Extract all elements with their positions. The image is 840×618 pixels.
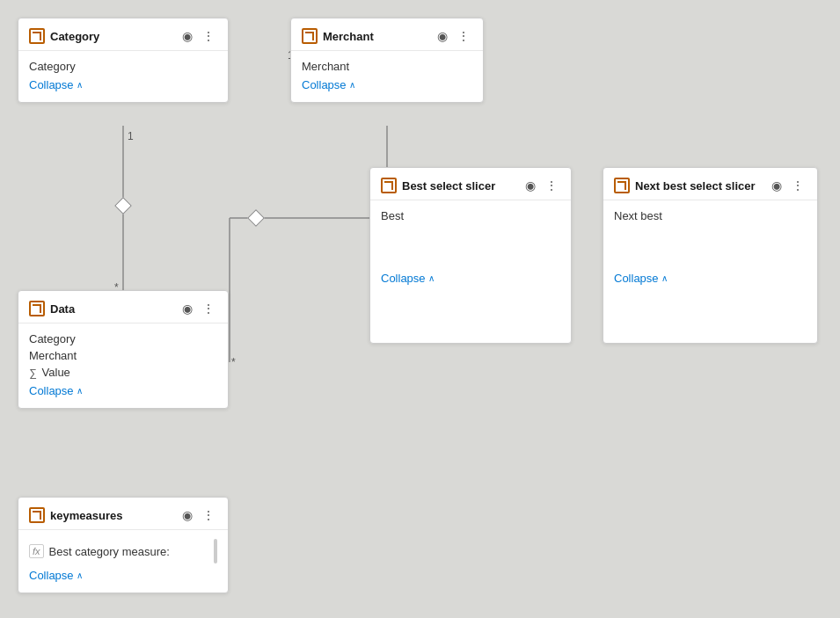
keymeasures-card-actions: ◉ ⋮ bbox=[179, 506, 217, 524]
best-select-card-actions: ◉ ⋮ bbox=[522, 177, 560, 194]
merchant-chevron-icon: ∧ bbox=[349, 80, 355, 90]
diamond-cat-data bbox=[114, 197, 132, 214]
category-card-header: Category ◉ ⋮ bbox=[18, 18, 228, 51]
keymeasures-card-title: keymeasures bbox=[50, 509, 173, 522]
category-field-category: Category bbox=[29, 58, 217, 75]
merchant-card-body: Merchant Collapse ∧ bbox=[291, 51, 483, 102]
best-select-table-icon bbox=[381, 178, 397, 193]
best-select-collapse-btn[interactable]: Collapse ∧ bbox=[381, 268, 560, 290]
merchant-eye-icon[interactable]: ◉ bbox=[434, 27, 451, 45]
data-table-icon bbox=[29, 301, 45, 316]
keymeasures-card: keymeasures ◉ ⋮ fx Best category measure… bbox=[18, 497, 229, 593]
data-card-actions: ◉ ⋮ bbox=[179, 300, 217, 317]
merchant-table-icon bbox=[302, 28, 318, 44]
best-select-card: Best select slicer ◉ ⋮ Best Collapse ∧ bbox=[369, 167, 572, 344]
sigma-icon: ∑ bbox=[29, 367, 37, 379]
best-select-eye-icon[interactable]: ◉ bbox=[522, 177, 539, 194]
keymeasures-eye-icon[interactable]: ◉ bbox=[179, 506, 196, 524]
keymeasures-more-icon[interactable]: ⋮ bbox=[200, 506, 217, 524]
best-select-card-body: Best Collapse ∧ bbox=[370, 200, 571, 343]
next-best-select-table-icon bbox=[614, 178, 630, 193]
next-best-select-card-actions: ◉ ⋮ bbox=[768, 177, 807, 194]
merchant-field-merchant: Merchant bbox=[302, 58, 472, 75]
category-table-icon bbox=[29, 28, 45, 44]
merchant-card-actions: ◉ ⋮ bbox=[434, 27, 472, 45]
keymeasures-table-icon bbox=[29, 507, 45, 523]
data-field-value: ∑ Value bbox=[29, 364, 217, 381]
data-card: Data ◉ ⋮ Category Merchant ∑ Value Colla… bbox=[18, 290, 229, 409]
next-best-select-chevron-icon: ∧ bbox=[661, 273, 668, 283]
merchant-more-icon[interactable]: ⋮ bbox=[455, 27, 472, 45]
category-collapse-btn[interactable]: Collapse ∧ bbox=[29, 75, 217, 97]
best-select-chevron-icon: ∧ bbox=[428, 273, 435, 283]
data-card-title: Data bbox=[50, 302, 173, 316]
keymeasures-field-best-category: fx Best category measure: bbox=[29, 537, 217, 565]
next-best-select-field-next-best: Next best bbox=[614, 207, 807, 224]
merchant-card-title: Merchant bbox=[323, 30, 428, 43]
data-field-category: Category bbox=[29, 331, 217, 347]
category-card-body: Category Collapse ∧ bbox=[18, 51, 228, 102]
data-card-body: Category Merchant ∑ Value Collapse ∧ bbox=[18, 324, 228, 408]
merchant-card: Merchant ◉ ⋮ Merchant Collapse ∧ bbox=[290, 18, 484, 103]
next-best-select-more-icon[interactable]: ⋮ bbox=[789, 177, 807, 194]
category-card-title: Category bbox=[50, 30, 173, 43]
connector-star-data2: * bbox=[231, 356, 236, 368]
best-select-field-best: Best bbox=[381, 207, 560, 224]
next-best-select-card-title: Next best select slicer bbox=[635, 179, 763, 193]
category-eye-icon[interactable]: ◉ bbox=[179, 27, 196, 45]
next-best-select-eye-icon[interactable]: ◉ bbox=[768, 177, 785, 194]
category-card: Category ◉ ⋮ Category Collapse ∧ bbox=[18, 18, 229, 103]
best-select-more-icon[interactable]: ⋮ bbox=[543, 177, 560, 194]
next-best-select-card: Next best select slicer ◉ ⋮ Next best Co… bbox=[603, 167, 818, 344]
category-more-icon[interactable]: ⋮ bbox=[200, 27, 217, 45]
canvas: 1 * 1 * Category ◉ ⋮ Category Collapse ∧ bbox=[0, 0, 840, 618]
merchant-card-header: Merchant ◉ ⋮ bbox=[291, 18, 483, 51]
best-select-card-title: Best select slicer bbox=[402, 179, 516, 193]
keymeasures-card-header: keymeasures ◉ ⋮ bbox=[18, 498, 228, 530]
keymeasures-chevron-icon: ∧ bbox=[77, 571, 83, 580]
next-best-select-card-body: Next best Collapse ∧ bbox=[603, 200, 817, 343]
data-field-merchant: Merchant bbox=[29, 347, 217, 364]
data-chevron-icon: ∧ bbox=[77, 386, 83, 396]
diamond-merch-data bbox=[247, 209, 265, 227]
best-select-card-header: Best select slicer ◉ ⋮ bbox=[370, 168, 571, 200]
data-more-icon[interactable]: ⋮ bbox=[200, 300, 217, 317]
data-card-header: Data ◉ ⋮ bbox=[18, 291, 228, 324]
keymeasures-scrollbar[interactable] bbox=[214, 539, 217, 563]
data-collapse-btn[interactable]: Collapse ∧ bbox=[29, 381, 217, 403]
data-eye-icon[interactable]: ◉ bbox=[179, 300, 196, 317]
keymeasures-collapse-btn[interactable]: Collapse ∧ bbox=[29, 565, 217, 587]
next-best-select-collapse-btn[interactable]: Collapse ∧ bbox=[614, 268, 807, 290]
connector-label-1-cat: 1 bbox=[128, 130, 134, 142]
category-card-actions: ◉ ⋮ bbox=[179, 27, 217, 45]
category-chevron-icon: ∧ bbox=[77, 80, 83, 90]
next-best-select-card-header: Next best select slicer ◉ ⋮ bbox=[603, 168, 817, 200]
merchant-collapse-btn[interactable]: Collapse ∧ bbox=[302, 75, 472, 97]
keymeasures-card-body: fx Best category measure: Collapse ∧ bbox=[18, 530, 228, 593]
